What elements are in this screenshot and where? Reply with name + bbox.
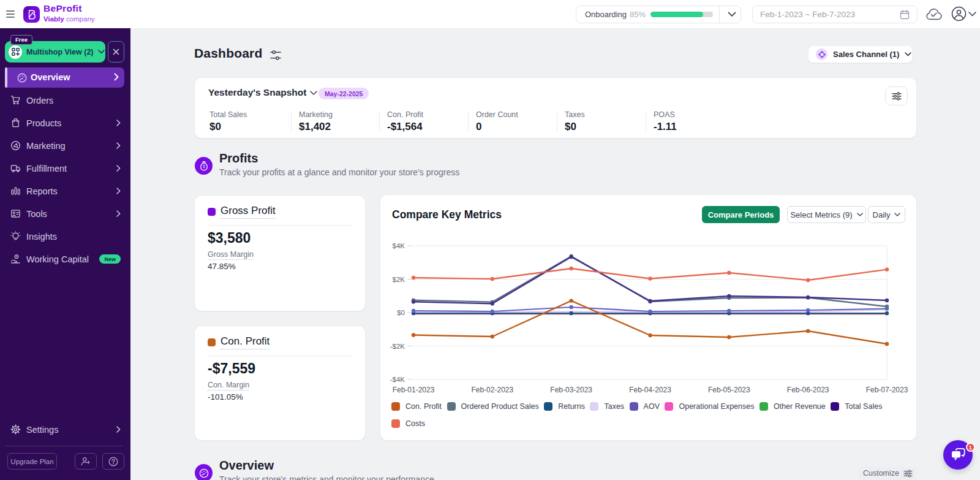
svg-text:Feb-07-2023: Feb-07-2023 [866,386,908,394]
svg-text:Feb-01-2023: Feb-01-2023 [393,386,435,394]
svg-text:-$2K: -$2K [390,343,405,350]
svg-text:Feb-06-2023: Feb-06-2023 [787,386,829,394]
svg-text:$2K: $2K [393,276,405,283]
svg-text:$0: $0 [397,309,405,316]
svg-text:Feb-04-2023: Feb-04-2023 [629,386,671,394]
svg-text:-$4K: -$4K [390,376,405,383]
svg-text:Feb-03-2023: Feb-03-2023 [550,386,592,394]
svg-text:Feb-05-2023: Feb-05-2023 [708,386,750,394]
svg-text:Feb-02-2023: Feb-02-2023 [471,386,513,394]
svg-text:$4K: $4K [393,242,405,250]
